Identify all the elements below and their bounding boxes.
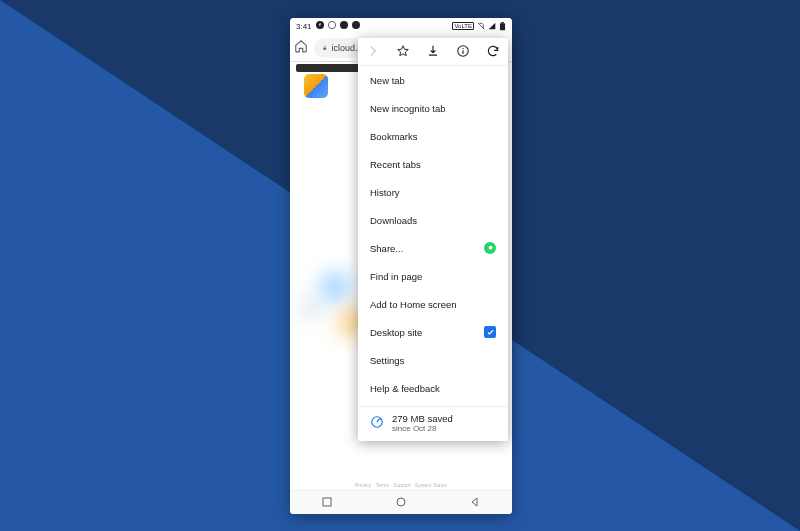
data-saved-sub: since Oct 28 — [392, 424, 453, 433]
page-footer-text: Privacy · Terms · Support · System Statu… — [290, 482, 512, 488]
menu-desktop-site[interactable]: Desktop site — [358, 318, 508, 346]
blur-blob — [320, 272, 350, 302]
android-status-bar: 3:41 VoLTE — [290, 18, 512, 34]
svg-point-8 — [397, 498, 405, 506]
icloud-app-tile — [304, 74, 328, 98]
lock-icon — [322, 44, 327, 52]
menu-incognito-tab[interactable]: New incognito tab — [358, 94, 508, 122]
menu-help[interactable]: Help & feedback — [358, 374, 508, 402]
menu-bookmarks[interactable]: Bookmarks — [358, 122, 508, 150]
data-saved-row[interactable]: 279 MB saved since Oct 28 — [358, 406, 508, 435]
chrome-overflow-menu: New tab New incognito tab Bookmarks Rece… — [358, 38, 508, 441]
menu-label: Recent tabs — [370, 159, 421, 170]
facebook-icon — [316, 21, 324, 31]
whatsapp-icon — [484, 242, 496, 254]
home-icon[interactable] — [294, 39, 308, 57]
messenger-icon — [328, 21, 336, 31]
facebook-icon-3 — [352, 21, 360, 31]
menu-downloads[interactable]: Downloads — [358, 206, 508, 234]
menu-icon-row — [358, 38, 508, 66]
nav-home-icon[interactable] — [395, 494, 407, 512]
menu-label: Bookmarks — [370, 131, 418, 142]
menu-new-tab[interactable]: New tab — [358, 66, 508, 94]
menu-label: Share... — [370, 243, 403, 254]
data-saver-icon — [370, 415, 384, 431]
android-nav-bar — [290, 490, 512, 514]
menu-history[interactable]: History — [358, 178, 508, 206]
svg-point-1 — [328, 21, 335, 28]
star-icon[interactable] — [396, 44, 410, 60]
menu-find-in-page[interactable]: Find in page — [358, 262, 508, 290]
download-icon[interactable] — [426, 44, 440, 60]
menu-add-home[interactable]: Add to Home screen — [358, 290, 508, 318]
forward-icon[interactable] — [366, 44, 380, 60]
refresh-icon[interactable] — [486, 44, 500, 60]
svg-rect-4 — [500, 23, 505, 30]
menu-label: Help & feedback — [370, 383, 440, 394]
svg-point-10 — [462, 47, 463, 48]
menu-label: New tab — [370, 75, 405, 86]
svg-rect-5 — [501, 22, 504, 23]
svg-rect-7 — [323, 498, 331, 506]
menu-label: Settings — [370, 355, 404, 366]
svg-point-2 — [340, 21, 348, 29]
data-saved-main: 279 MB saved — [392, 413, 453, 424]
info-icon[interactable] — [456, 44, 470, 60]
menu-label: Add to Home screen — [370, 299, 457, 310]
status-time: 3:41 — [296, 22, 312, 31]
menu-recent-tabs[interactable]: Recent tabs — [358, 150, 508, 178]
menu-settings[interactable]: Settings — [358, 346, 508, 374]
signal-icon — [488, 22, 496, 30]
menu-label: Find in page — [370, 271, 422, 282]
svg-rect-6 — [323, 47, 326, 49]
battery-icon — [499, 22, 506, 31]
menu-label: Downloads — [370, 215, 417, 226]
menu-label: History — [370, 187, 400, 198]
facebook-icon-2 — [340, 21, 348, 31]
nav-recent-icon[interactable] — [321, 494, 333, 512]
no-sim-icon — [477, 22, 485, 30]
menu-label: New incognito tab — [370, 103, 446, 114]
svg-rect-11 — [462, 50, 463, 54]
volte-badge: VoLTE — [452, 22, 474, 30]
blur-blob — [300, 297, 322, 319]
svg-point-3 — [352, 21, 360, 29]
menu-share[interactable]: Share... — [358, 234, 508, 262]
desktop-site-checkbox[interactable] — [484, 326, 496, 338]
nav-back-icon[interactable] — [469, 494, 481, 512]
menu-label: Desktop site — [370, 327, 422, 338]
